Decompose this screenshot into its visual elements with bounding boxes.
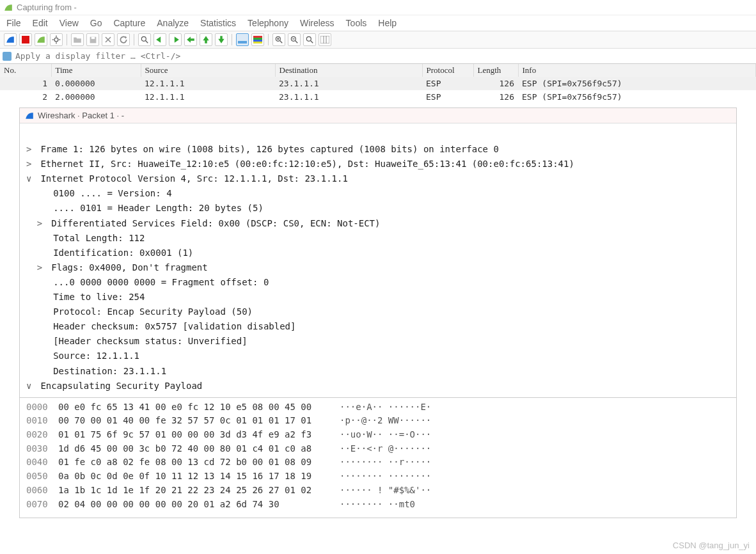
tree-esp[interactable]: Encapsulating Security Payload bbox=[40, 381, 202, 391]
menu-telephony[interactable]: Telephony bbox=[248, 18, 288, 28]
hex-offset: 0020 bbox=[26, 428, 58, 442]
tree-ip-version[interactable]: 0100 .... = Version: 4 bbox=[53, 188, 171, 198]
zoom-in-icon[interactable] bbox=[272, 33, 285, 46]
tree-ip-source[interactable]: Source: 12.1.1.1 bbox=[53, 351, 139, 361]
menu-edit[interactable]: Edit bbox=[33, 18, 48, 28]
menu-view[interactable]: View bbox=[59, 18, 79, 28]
tree-ip-header-len[interactable]: .... 0101 = Header Length: 20 bytes (5) bbox=[53, 203, 264, 213]
col-length[interactable]: Length bbox=[473, 64, 518, 77]
go-back-icon[interactable] bbox=[154, 33, 166, 46]
tree-ip[interactable]: Internet Protocol Version 4, Src: 12.1.1… bbox=[40, 173, 347, 184]
hex-row[interactable]: 002001 01 75 6f 9c 57 01 00 00 00 3d d3 … bbox=[26, 428, 730, 442]
menu-tools[interactable]: Tools bbox=[346, 18, 367, 28]
expand-icon[interactable]: > bbox=[37, 216, 46, 231]
tree-ip-total-len[interactable]: Total Length: 112 bbox=[53, 233, 145, 243]
tree-frame[interactable]: Frame 1: 126 bytes on wire (1008 bits), … bbox=[40, 144, 498, 154]
go-last-icon[interactable] bbox=[215, 33, 228, 46]
menu-file[interactable]: File bbox=[6, 18, 21, 28]
packet-detail-tree[interactable]: > Frame 1: 126 bytes on wire (1008 bits)… bbox=[20, 123, 736, 397]
svg-line-11 bbox=[146, 41, 148, 44]
hex-ascii: ··E··<·r @······· bbox=[340, 443, 431, 454]
tree-ip-flags[interactable]: Flags: 0x4000, Don't fragment bbox=[51, 262, 207, 273]
cell-no: 1 bbox=[0, 77, 51, 90]
cell-src: 12.1.1.1 bbox=[141, 77, 275, 90]
save-file-icon[interactable] bbox=[86, 33, 99, 46]
toolbar-separator bbox=[67, 34, 67, 45]
menu-capture[interactable]: Capture bbox=[113, 18, 145, 28]
hex-bytes: 1a 1b 1c 1d 1e 1f 20 21 22 23 24 25 26 2… bbox=[58, 484, 340, 498]
svg-rect-27 bbox=[320, 36, 329, 44]
hex-offset: 0010 bbox=[26, 414, 58, 428]
zoom-out-icon[interactable] bbox=[288, 33, 301, 46]
packet-detail-window: Wireshark · Packet 1 · - > Frame 1: 126 … bbox=[19, 107, 737, 518]
col-time[interactable]: Time bbox=[51, 64, 141, 77]
cell-proto: ESP bbox=[422, 77, 473, 90]
hex-offset: 0040 bbox=[26, 455, 58, 470]
start-capture-icon[interactable] bbox=[4, 33, 17, 46]
svg-rect-0 bbox=[22, 36, 29, 44]
hex-dump-pane[interactable]: 000000 e0 fc 65 13 41 00 e0 fc 12 10 e5 … bbox=[20, 397, 736, 518]
tree-ip-checksum[interactable]: Header checksum: 0x5757 [validation disa… bbox=[53, 321, 295, 331]
filter-bookmark-icon[interactable] bbox=[3, 52, 12, 61]
colorize-icon[interactable] bbox=[251, 33, 264, 46]
svg-line-26 bbox=[311, 41, 313, 44]
col-info[interactable]: Info bbox=[518, 64, 756, 77]
resize-columns-icon[interactable] bbox=[319, 33, 331, 46]
collapse-icon[interactable]: ∨ bbox=[26, 379, 35, 393]
menubar: File Edit View Go Capture Analyze Statis… bbox=[0, 15, 756, 31]
display-filter-input[interactable] bbox=[14, 50, 753, 62]
tree-ip-frag-offset[interactable]: ...0 0000 0000 0000 = Fragment offset: 0 bbox=[53, 277, 269, 287]
hex-row[interactable]: 00301d d6 45 00 00 3c b0 72 40 00 80 01 … bbox=[26, 442, 730, 456]
hex-ascii: ········ ········ bbox=[340, 471, 431, 481]
find-icon[interactable] bbox=[138, 33, 151, 46]
zoom-reset-icon[interactable] bbox=[303, 33, 316, 46]
tree-ip-checksum-status[interactable]: [Header checksum status: Unverified] bbox=[53, 336, 247, 346]
hex-row[interactable]: 00601a 1b 1c 1d 1e 1f 20 21 22 23 24 25 … bbox=[26, 484, 730, 498]
hex-offset: 0000 bbox=[26, 400, 58, 415]
expand-icon[interactable]: > bbox=[37, 260, 46, 275]
titlebar-text: Capturing from - bbox=[17, 3, 77, 12]
hex-ascii: ········ ··r····· bbox=[340, 457, 431, 467]
tree-ip-protocol[interactable]: Protocol: Encap Security Payload (50) bbox=[53, 306, 253, 317]
toolbar bbox=[0, 31, 756, 49]
menu-help[interactable]: Help bbox=[378, 18, 397, 28]
expand-icon[interactable]: > bbox=[26, 157, 35, 171]
col-no[interactable]: No. bbox=[0, 64, 51, 77]
hex-row[interactable]: 007002 04 00 00 00 00 00 00 20 01 a2 6d … bbox=[26, 498, 730, 512]
menu-analyze[interactable]: Analyze bbox=[157, 18, 189, 28]
svg-rect-15 bbox=[253, 38, 262, 40]
restart-capture-icon[interactable] bbox=[35, 33, 47, 46]
tree-ip-dsfield[interactable]: Differentiated Services Field: 0x00 (DSC… bbox=[51, 218, 380, 228]
tree-ip-identification[interactable]: Identification: 0x0001 (1) bbox=[53, 248, 193, 258]
menu-go[interactable]: Go bbox=[90, 18, 102, 28]
col-destination[interactable]: Destination bbox=[275, 64, 422, 77]
tree-ip-destination[interactable]: Destination: 23.1.1.1 bbox=[53, 366, 166, 376]
hex-row[interactable]: 001000 70 00 01 40 00 fe 32 57 57 0c 01 … bbox=[26, 414, 730, 428]
go-first-icon[interactable] bbox=[200, 33, 212, 46]
open-file-icon[interactable] bbox=[71, 33, 84, 46]
hex-row[interactable]: 000000 e0 fc 65 13 41 00 e0 fc 12 10 e5 … bbox=[26, 400, 730, 415]
packet-row[interactable]: 1 0.000000 12.1.1.1 23.1.1.1 ESP 126 ESP… bbox=[0, 77, 756, 90]
go-to-packet-icon[interactable] bbox=[184, 33, 197, 46]
col-source[interactable]: Source bbox=[141, 64, 275, 77]
stop-capture-icon[interactable] bbox=[19, 33, 32, 46]
packet-row[interactable]: 2 2.000000 12.1.1.1 23.1.1.1 ESP 126 ESP… bbox=[0, 90, 756, 104]
expand-icon[interactable]: > bbox=[26, 142, 35, 157]
titlebar: Capturing from - bbox=[0, 0, 756, 15]
collapse-icon[interactable]: ∨ bbox=[26, 171, 35, 186]
menu-wireless[interactable]: Wireless bbox=[300, 18, 335, 28]
hex-row[interactable]: 004001 fe c0 a8 02 fe 08 00 13 cd 72 b0 … bbox=[26, 455, 730, 470]
svg-rect-13 bbox=[238, 41, 247, 44]
close-file-icon[interactable] bbox=[102, 33, 114, 46]
tree-ip-ttl[interactable]: Time to live: 254 bbox=[53, 292, 145, 302]
hex-bytes: 0a 0b 0c 0d 0e 0f 10 11 12 13 14 15 16 1… bbox=[58, 470, 340, 484]
capture-options-icon[interactable] bbox=[50, 33, 63, 46]
menu-statistics[interactable]: Statistics bbox=[200, 18, 236, 28]
col-protocol[interactable]: Protocol bbox=[422, 64, 473, 77]
hex-row[interactable]: 00500a 0b 0c 0d 0e 0f 10 11 12 13 14 15 … bbox=[26, 470, 730, 484]
autoscroll-icon[interactable] bbox=[236, 33, 249, 46]
svg-point-1 bbox=[54, 38, 58, 42]
tree-ethernet[interactable]: Ethernet II, Src: HuaweiTe_12:10:e5 (00:… bbox=[40, 159, 574, 169]
reload-icon[interactable] bbox=[117, 33, 130, 46]
go-forward-icon[interactable] bbox=[169, 33, 182, 46]
